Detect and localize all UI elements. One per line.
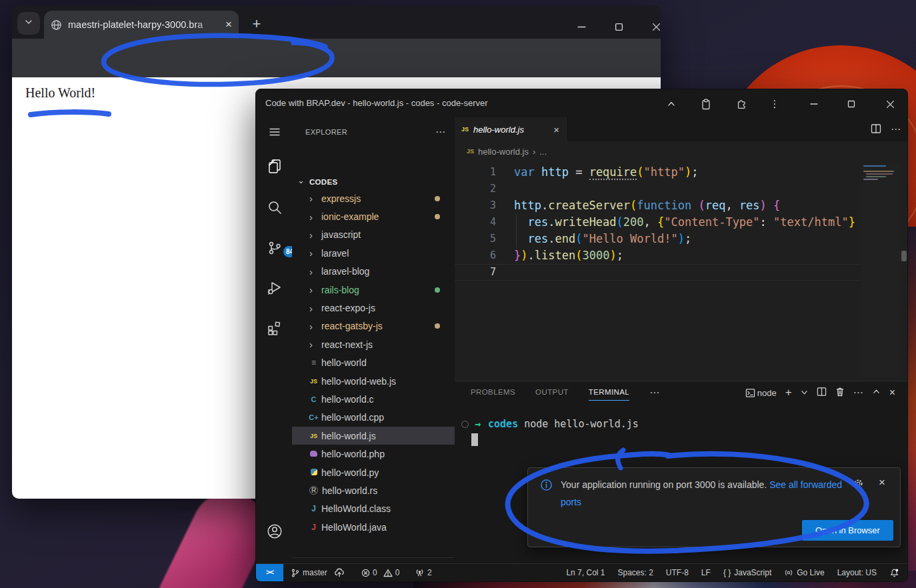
tree-item-hello-world-web.js[interactable]: JShello-world-web.js xyxy=(292,372,455,390)
split-terminal-button[interactable] xyxy=(817,387,827,399)
run-debug-activity-button[interactable] xyxy=(266,279,283,297)
git-modified-dot xyxy=(435,214,440,219)
search-activity-button[interactable] xyxy=(266,199,283,216)
tree-item-HelloWorld.class[interactable]: JHelloWorld.class xyxy=(292,500,455,518)
tree-item-laravel[interactable]: ›laravel xyxy=(292,244,455,262)
explorer-more-actions-button[interactable]: ⋯ xyxy=(435,117,445,147)
tree-item-rails-blog[interactable]: ›rails-blog xyxy=(292,281,455,299)
panel-tab-output[interactable]: OUTPUT xyxy=(535,385,569,400)
tree-item-HelloWorld.java[interactable]: JHelloWorld.java xyxy=(292,518,455,536)
tab-search-button[interactable] xyxy=(17,12,40,35)
tab-close-icon[interactable]: × xyxy=(553,124,559,135)
code-text: }).listen(3000); xyxy=(514,247,623,264)
terminal-process-button[interactable]: node xyxy=(745,388,777,398)
tree-item-label: HelloWorld.java xyxy=(321,522,387,533)
code-line-7[interactable]: 7 xyxy=(455,264,859,281)
panel-more-tabs-button[interactable]: ⋯ xyxy=(649,387,659,399)
caret-up-button[interactable] xyxy=(665,98,677,110)
close-panel-button[interactable]: × xyxy=(889,387,895,399)
scrollbar-thumb[interactable] xyxy=(901,251,907,261)
panel-tab-terminal[interactable]: TERMINAL xyxy=(589,385,629,401)
titlebar-extensions-button[interactable] xyxy=(735,98,747,110)
go-live-item[interactable]: Go Live xyxy=(784,568,824,577)
browser-minimize-button[interactable] xyxy=(572,17,591,36)
breadcrumb-symbol[interactable]: ... xyxy=(539,147,547,157)
tree-item-react-gatsby-js[interactable]: ›react-gatsby-js xyxy=(292,317,455,335)
tree-item-hello-world.cpp[interactable]: C+hello-world.cpp xyxy=(292,409,455,427)
browser-close-button[interactable] xyxy=(647,17,661,36)
code-text: res.end("Hello World!"); xyxy=(514,231,691,247)
code-minimize-button[interactable] xyxy=(808,98,820,110)
problems-item[interactable]: 0 0 xyxy=(361,564,399,581)
breadcrumb-file[interactable]: hello-world.js xyxy=(478,147,529,157)
code-window-titlebar[interactable]: Code with BRAP.dev - hello-world.js - co… xyxy=(256,89,907,118)
code-line-6[interactable]: 6}).listen(3000); xyxy=(455,247,859,264)
go-live-label: Go Live xyxy=(797,568,824,577)
clipboard-button[interactable] xyxy=(700,98,712,110)
source-control-icon xyxy=(267,240,283,256)
browser-maximize-button[interactable] xyxy=(609,17,628,36)
browser-tab-active[interactable]: maestri-platelet-harpy-3000.bra × xyxy=(44,11,239,39)
git-branch-item[interactable]: master xyxy=(291,564,345,581)
editor-more-actions-button[interactable]: ⋯ xyxy=(891,123,901,137)
editor-scrollbar[interactable] xyxy=(901,164,907,381)
explorer-activity-button[interactable] xyxy=(266,157,283,175)
tab-close-icon[interactable]: × xyxy=(225,18,232,31)
panel-more-actions-button[interactable]: ⋯ xyxy=(853,387,863,399)
source-control-activity-button[interactable]: 84 xyxy=(266,239,283,257)
cpp-file-icon: C+ xyxy=(308,413,319,421)
maximize-panel-button[interactable] xyxy=(872,387,881,399)
notification-close-button[interactable]: × xyxy=(879,476,885,489)
menu-button[interactable] xyxy=(266,123,283,141)
extensions-activity-button[interactable] xyxy=(266,319,283,337)
panel-tab-problems[interactable]: PROBLEMS xyxy=(471,385,515,400)
language-item[interactable]: { }JavaScript xyxy=(723,568,771,577)
encoding-item[interactable]: UTF-8 xyxy=(666,568,689,577)
notification-settings-button[interactable] xyxy=(853,478,864,492)
close-icon xyxy=(886,100,895,109)
tree-item-hello-world[interactable]: ≡hello-world xyxy=(292,354,455,372)
code-line-3[interactable]: 3http.createServer(function (req, res) { xyxy=(455,197,859,214)
editor-tab-hello-world-js[interactable]: JS hello-world.js × xyxy=(455,117,567,141)
titlebar-menu-button[interactable]: ⋮ xyxy=(769,98,781,110)
open-in-browser-button[interactable]: Open in Browser xyxy=(802,520,893,541)
account-button[interactable] xyxy=(266,523,283,540)
new-tab-button[interactable]: + xyxy=(247,15,267,35)
code-close-button[interactable] xyxy=(884,98,896,110)
split-editor-button[interactable] xyxy=(871,123,881,137)
terminal-content[interactable]: → codes node hello-world.js xyxy=(455,416,907,446)
eol-item[interactable]: LF xyxy=(701,568,711,577)
remote-indicator[interactable]: >< xyxy=(256,564,283,581)
cursor-position-item[interactable]: Ln 7, Col 1 xyxy=(566,568,605,577)
tree-item-expressjs[interactable]: ›expressjs xyxy=(292,189,455,207)
editor-tab-label: hello-world.js xyxy=(473,125,553,135)
breadcrumb[interactable]: JS hello-world.js › ... xyxy=(455,141,907,161)
tree-item-react-expo-js[interactable]: ›react-expo-js xyxy=(292,299,455,317)
chevron-right-icon: › xyxy=(309,284,320,295)
tree-item-ionic-example[interactable]: ›ionic-example xyxy=(292,207,455,225)
tree-item-react-next-js[interactable]: ›react-next-js xyxy=(292,335,455,353)
code-maximize-button[interactable] xyxy=(845,98,857,110)
tree-item-javascript[interactable]: ›javascript xyxy=(292,226,455,244)
tree-item-hello-world.php[interactable]: hello-world.php xyxy=(292,445,455,463)
terminal-dropdown-button[interactable] xyxy=(801,387,808,399)
tree-item-hello-world.rs[interactable]: Rhello-world.rs xyxy=(292,481,455,499)
error-count: 0 xyxy=(373,568,377,577)
tree-item-laravel-blog[interactable]: ›laravel-blog xyxy=(292,263,455,281)
layout-item[interactable]: Layout: US xyxy=(837,568,877,577)
indentation-item[interactable]: Spaces: 2 xyxy=(617,568,653,577)
ports-item[interactable]: 2 xyxy=(415,564,432,581)
rust-file-icon: R xyxy=(309,486,318,495)
code-line-1[interactable]: 1var http = require("http"); xyxy=(455,164,859,181)
tree-item-hello-world.c[interactable]: Chello-world.c xyxy=(292,390,455,408)
tree-item-hello-world.js[interactable]: JShello-world.js xyxy=(292,427,455,445)
minimap[interactable] xyxy=(861,164,901,377)
notifications-bell-button[interactable] xyxy=(889,568,899,578)
tree-item-hello-world.py[interactable]: hello-world.py xyxy=(292,463,455,481)
code-line-2[interactable]: 2 xyxy=(455,181,859,197)
new-terminal-button[interactable]: + xyxy=(785,386,792,399)
browser-tab-strip[interactable]: maestri-platelet-harpy-3000.bra × + xyxy=(12,5,661,39)
kill-terminal-button[interactable] xyxy=(835,387,845,399)
command-decoration-icon[interactable] xyxy=(461,421,469,428)
browser-toolbar: ← → https://fun-sample-3000.brap.dev xyxy=(12,39,661,77)
